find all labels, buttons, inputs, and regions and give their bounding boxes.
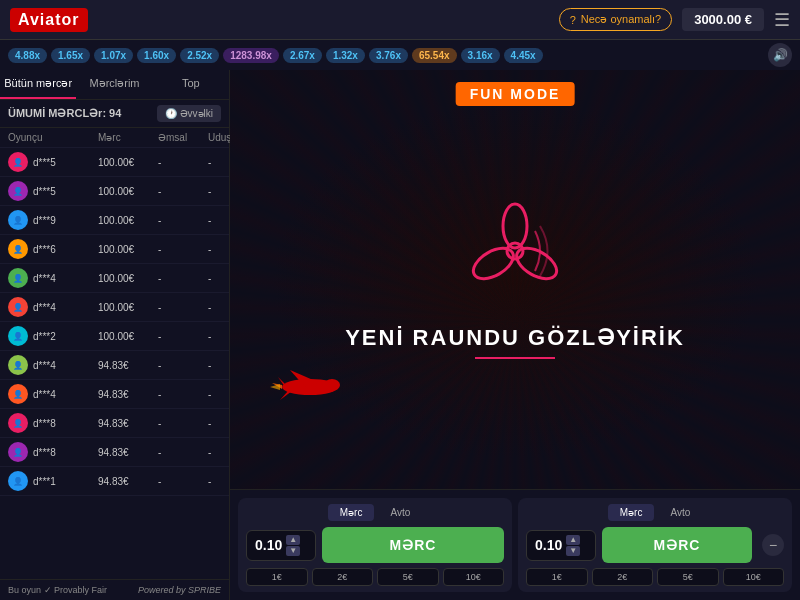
avatar: 👤 [8,181,28,201]
tab-auto-1[interactable]: Avto [378,504,422,521]
bet-amount-box-2: 0.10 ▲ ▼ [526,530,596,561]
mult-badge[interactable]: 4.88x [8,48,47,63]
bet-win: - [208,476,229,487]
player-name: d***4 [33,389,56,400]
tab-bet-1[interactable]: Mərc [328,504,375,521]
bet-panel-2: Mərc Avto 0.10 ▲ ▼ MƏRC [518,498,792,592]
mult-badge[interactable]: 4.45x [504,48,543,63]
avatar: 👤 [8,268,28,288]
game-canvas: FUN MODE YENİ RAUNDU GÖZLƏYİRİK [230,70,800,489]
mult-badge[interactable]: 2.67x [283,48,322,63]
mult-badge[interactable]: 3.76x [369,48,408,63]
quick-bet-2-10e[interactable]: 10€ [723,568,785,586]
bet-odds: - [158,273,208,284]
message-underline [475,357,555,359]
header: Aviator ? Necə oynamalı? 3000.00 € ☰ [0,0,800,40]
player-name: d***8 [33,447,56,458]
multiplier-bar: 4.88x 1.65x 1.07x 1.60x 2.52x 1283.98x 2… [0,40,800,70]
logo: Aviator [10,8,88,32]
previous-button[interactable]: 🕐 Əvvəlki [157,105,221,122]
quick-bet-2e[interactable]: 2€ [312,568,374,586]
mult-badge[interactable]: 1.65x [51,48,90,63]
bet-panel-1: Mərc Avto 0.10 ▲ ▼ MƏRC [238,498,512,592]
fun-mode-badge: FUN MODE [456,82,575,106]
table-row: 👤 d***4 100.00€ - - [0,264,229,293]
table-row: 👤 d***4 100.00€ - - [0,293,229,322]
quick-bet-2-1e[interactable]: 1€ [526,568,588,586]
quick-bet-2-2e[interactable]: 2€ [592,568,654,586]
table-row: 👤 d***4 94.83€ - - [0,380,229,409]
bet-odds: - [158,389,208,400]
player-name: d***4 [33,302,56,313]
tab-bet-2[interactable]: Mərc [608,504,655,521]
menu-button[interactable]: ☰ [774,9,790,31]
bet-amount: 100.00€ [98,302,158,313]
tab-top[interactable]: Top [153,70,229,99]
bet-odds: - [158,360,208,371]
bet-win: - [208,447,229,458]
bet-win: - [208,244,229,255]
player-name: d***9 [33,215,56,226]
table-row: 👤 d***2 100.00€ - - [0,322,229,351]
place-bet-button-1[interactable]: MƏRC [322,527,504,563]
bet-amount: 94.83€ [98,360,158,371]
avatar: 👤 [8,326,28,346]
avatar: 👤 [8,239,28,259]
tab-my-bets[interactable]: Mərclərim [76,70,152,99]
bets-count: ÜMUMİ MƏRCLƏr: 94 [8,107,121,120]
player-cell: 👤 d***8 [8,413,98,433]
balance-display: 3000.00 € [682,8,764,31]
tab-all-bets[interactable]: Bütün mərcər [0,70,76,99]
avatar: 👤 [8,355,28,375]
mult-badge[interactable]: 1.60x [137,48,176,63]
provably-fair[interactable]: Bu oyun ✓ Provably Fair [8,585,107,595]
svg-point-1 [503,204,527,248]
mult-badge[interactable]: 2.52x [180,48,219,63]
bet-stepper-1: ▲ ▼ [286,535,300,556]
mult-badge[interactable]: 1.07x [94,48,133,63]
bet-win: - [208,418,229,429]
quick-bets-1: 1€ 2€ 5€ 10€ [246,568,504,586]
bet-amount: 100.00€ [98,157,158,168]
bet-odds: - [158,186,208,197]
bet-amount: 100.00€ [98,186,158,197]
stepper-up-1[interactable]: ▲ [286,535,300,545]
mult-badge[interactable]: 1.32x [326,48,365,63]
mult-badge[interactable]: 65.54x [412,48,457,63]
bet-amount: 100.00€ [98,273,158,284]
svg-point-3 [468,242,518,285]
tab-auto-2[interactable]: Avto [658,504,702,521]
table-row: 👤 d***5 100.00€ - - [0,148,229,177]
stepper-down-1[interactable]: ▼ [286,546,300,556]
bets-table-header: Oyunçu Mərc Əmsal Uduş [0,128,229,148]
spribe-logo: Powered by SPRIBE [138,585,221,595]
bet-win: - [208,331,229,342]
how-to-play-button[interactable]: ? Necə oynamalı? [559,8,673,31]
table-row: 👤 d***5 100.00€ - - [0,177,229,206]
player-cell: 👤 d***2 [8,326,98,346]
stepper-up-2[interactable]: ▲ [566,535,580,545]
sound-button[interactable]: 🔊 [768,43,792,67]
bet-odds: - [158,331,208,342]
place-bet-button-2[interactable]: MƏRC [602,527,752,563]
avatar: 👤 [8,471,28,491]
question-icon: ? [570,14,576,26]
avatar: 👤 [8,442,28,462]
panel-remove-button[interactable]: − [762,534,784,556]
main-layout: Bütün mərcər Mərclərim Top ÜMUMİ MƏRCLƏr… [0,70,800,600]
player-cell: 👤 d***4 [8,268,98,288]
table-row: 👤 d***8 94.83€ - - [0,438,229,467]
svg-point-2 [512,242,562,285]
bet-controls-2: 0.10 ▲ ▼ MƏRC − [526,527,784,563]
quick-bet-10e[interactable]: 10€ [443,568,505,586]
player-cell: 👤 d***4 [8,297,98,317]
bet-odds: - [158,476,208,487]
quick-bet-2-5e[interactable]: 5€ [657,568,719,586]
betting-area: Mərc Avto 0.10 ▲ ▼ MƏRC [230,489,800,600]
mult-badge[interactable]: 1283.98x [223,48,279,63]
mult-badge[interactable]: 3.16x [461,48,500,63]
stepper-down-2[interactable]: ▼ [566,546,580,556]
quick-bet-5e[interactable]: 5€ [377,568,439,586]
quick-bet-1e[interactable]: 1€ [246,568,308,586]
bet-amount-1: 0.10 [255,537,282,553]
